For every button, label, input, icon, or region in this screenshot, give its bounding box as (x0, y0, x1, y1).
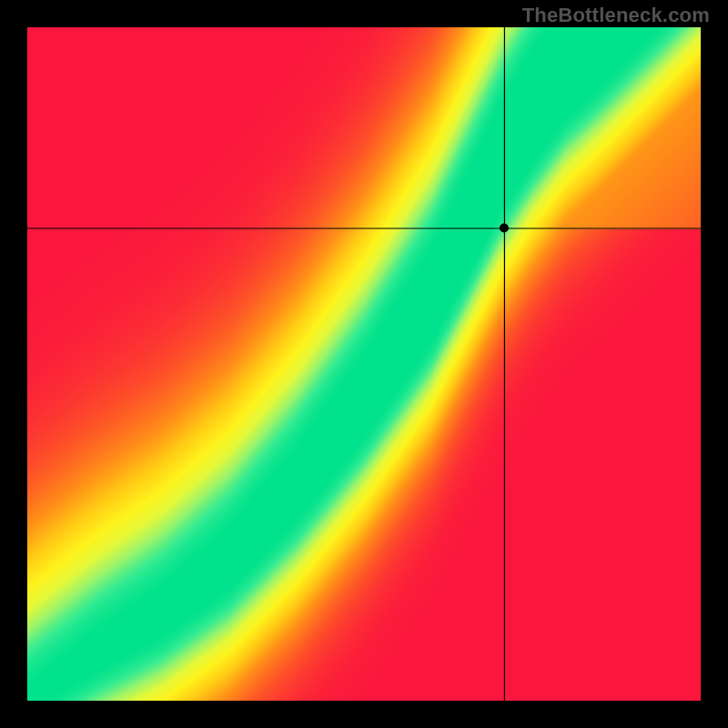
watermark-text: TheBottleneck.com (522, 4, 710, 27)
heatmap-canvas (27, 27, 701, 701)
plot-area (27, 27, 701, 701)
chart-frame: TheBottleneck.com (0, 0, 728, 728)
